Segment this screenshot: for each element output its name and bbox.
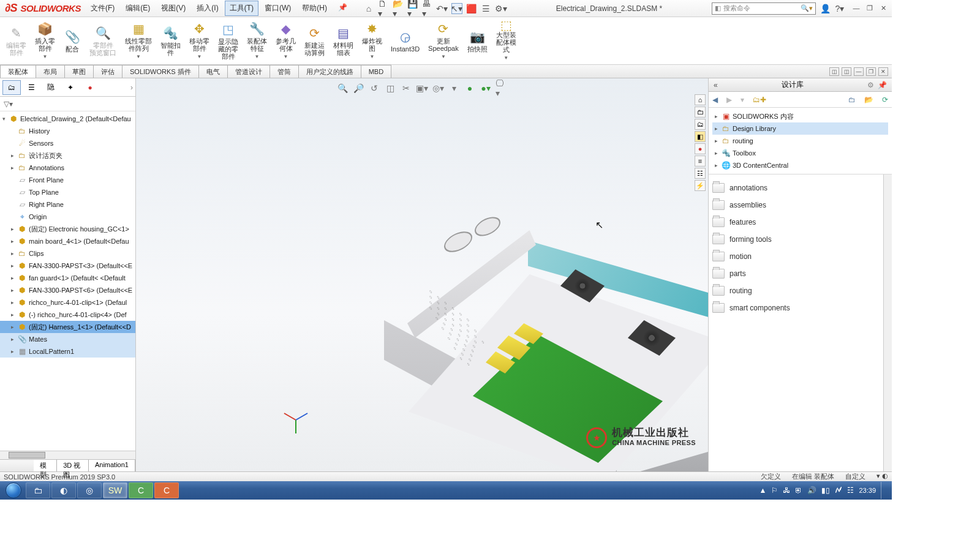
fm-tab-property-icon[interactable]: ☰ — [22, 80, 40, 95]
tray-wifi-icon[interactable]: ▮▯ — [821, 486, 830, 495]
taskbar-explorer-icon[interactable]: 🗀 — [26, 482, 50, 498]
status-flag-icon[interactable]: ▾ ◐ — [876, 472, 888, 481]
taskpane-forum-icon[interactable]: ☷ — [695, 168, 706, 179]
panel-pin-icon[interactable]: 📌 — [878, 81, 887, 89]
tree-part-fan6[interactable]: ▸⬢FAN-3300-PAPST<6> (Default<<E — [0, 284, 135, 296]
tab-3dview[interactable]: 3D 视图 — [57, 460, 89, 471]
ribbon-new-motion-study[interactable]: ⟳新建运动算例 — [301, 19, 328, 63]
tab-piping[interactable]: 管道设计 — [227, 65, 270, 78]
tree-mates[interactable]: ▸📎Mates — [0, 333, 135, 345]
dl-folder-assemblies[interactable]: assemblies — [712, 197, 880, 214]
tray-power-icon[interactable]: 🗲 — [835, 486, 842, 495]
start-button[interactable] — [2, 482, 24, 499]
taskpane-appearances-icon[interactable]: ● — [695, 143, 706, 154]
close-button[interactable]: ✕ — [878, 4, 888, 13]
tree-right-plane[interactable]: ▱Right Plane — [0, 198, 135, 211]
dl-new-folder-icon[interactable]: 🗀 — [848, 96, 856, 104]
menu-edit[interactable]: 编辑(E) — [121, 1, 155, 16]
dl-node-design-library[interactable]: ▸🗀Design Library — [712, 122, 888, 135]
tab-mbd[interactable]: MBD — [361, 65, 391, 78]
tray-flag-icon[interactable]: ⚐ — [771, 486, 778, 495]
save-icon[interactable]: 💾▾ — [407, 3, 418, 14]
doc-control-2[interactable]: ◫ — [842, 67, 851, 76]
taskbar-clock[interactable]: 23:39 — [859, 487, 876, 494]
tree-local-pattern[interactable]: ▸▦LocalLPattern1 — [0, 345, 135, 358]
ribbon-edit-component[interactable]: ✎编辑零部件 — [2, 19, 30, 63]
ribbon-reference-geometry[interactable]: ◆参考几何体▼ — [272, 19, 300, 63]
fm-tab-tree-icon[interactable]: 🗂 — [2, 80, 21, 95]
tree-sensors[interactable]: ☄Sensors — [0, 137, 135, 149]
dl-open-folder-icon[interactable]: 📂 — [864, 96, 873, 104]
settings-icon[interactable]: ⚙▾ — [496, 3, 507, 14]
collapse-panel-icon[interactable]: « — [714, 81, 718, 89]
tray-shield-icon[interactable]: ⛨ — [795, 486, 802, 495]
fm-expand-icon[interactable]: › — [130, 83, 133, 92]
fm-tab-config-icon[interactable]: 隐 — [42, 80, 60, 95]
tab-animation1[interactable]: Animation1 — [89, 460, 135, 471]
dl-add-location-icon[interactable]: 🗂✚ — [753, 96, 766, 104]
taskbar-solidworks-icon[interactable]: SW — [103, 482, 127, 498]
fm-horizontal-scrollbar[interactable] — [0, 451, 135, 459]
tree-front-plane[interactable]: ▱Front Plane — [0, 174, 135, 186]
home-icon[interactable]: ⌂ — [363, 3, 374, 14]
tab-layout[interactable]: 布局 — [36, 65, 65, 78]
render-icon[interactable]: 🖵▾ — [496, 82, 508, 94]
dl-folder-smart-components[interactable]: smart components — [712, 299, 880, 317]
show-desktop-button[interactable] — [881, 482, 886, 499]
tree-part-clip1[interactable]: ▸⬢richco_hurc-4-01-clip<1> (Defaul — [0, 296, 135, 309]
ribbon-smart-fasteners[interactable]: 🔩智能扣件 — [157, 19, 184, 63]
fm-tab-appearance-icon[interactable]: ● — [81, 80, 99, 95]
ribbon-component-preview[interactable]: 🔍零部件预览窗口 — [86, 19, 120, 63]
menu-file[interactable]: 文件(F) — [86, 1, 119, 16]
tree-part-housing[interactable]: ▸⬢(固定) Electronic housing_GC<1> — [0, 223, 135, 235]
zoom-area-icon[interactable]: 🔎 — [352, 82, 364, 94]
fm-filter-bar[interactable]: ▽▾ — [0, 97, 135, 111]
ribbon-insert-component[interactable]: 📦插入零部件▼ — [31, 19, 59, 63]
menu-tools[interactable]: 工具(T) — [225, 1, 258, 16]
zoom-fit-icon[interactable]: 🔍 — [336, 82, 349, 94]
tree-part-fanguard[interactable]: ▸⬢fan guard<1> (Default< <Default — [0, 272, 135, 284]
ribbon-move-component[interactable]: ✥移动零部件▼ — [186, 19, 213, 63]
dl-node-routing[interactable]: ▸🗀routing — [712, 135, 888, 147]
taskpane-view-palette-icon[interactable]: ◧ — [695, 131, 706, 142]
taskbar-app2-icon[interactable]: C — [129, 482, 153, 498]
design-library-scrollbar[interactable] — [883, 174, 892, 471]
tray-lang-icon[interactable]: ☷ — [847, 486, 854, 495]
taskbar-app3-icon[interactable]: C — [154, 482, 179, 498]
dl-refresh-icon[interactable]: ⟳ — [882, 96, 888, 104]
previous-view-icon[interactable]: ↺ — [368, 82, 380, 94]
menu-insert[interactable]: 插入(I) — [192, 1, 223, 16]
dl-folder-annotations[interactable]: annotations — [712, 179, 880, 197]
doc-minimize[interactable]: — — [854, 67, 864, 76]
select-icon[interactable]: ↖▾ — [451, 3, 462, 14]
menu-view[interactable]: 视图(V) — [156, 1, 190, 16]
display-style-icon[interactable]: ▣▾ — [416, 82, 428, 94]
tree-part-clip4[interactable]: ▸⬢(-) richco_hurc-4-01-clip<4> (Def — [0, 309, 135, 321]
help-icon[interactable]: ?▾ — [834, 3, 845, 14]
edit-appearance-icon[interactable]: ▾ — [448, 82, 460, 94]
tab-evaluate[interactable]: 评估 — [93, 65, 123, 78]
tree-folder-clips[interactable]: ▸🗀Clips — [0, 247, 135, 260]
view-orientation-icon[interactable]: ✂ — [400, 82, 412, 94]
hide-show-icon[interactable]: ◎▾ — [432, 82, 444, 94]
tree-part-fan3[interactable]: ▸⬢FAN-3300-PAPST<3> (Default<<E — [0, 260, 135, 272]
orientation-triad[interactable] — [282, 407, 312, 437]
ribbon-assembly-features[interactable]: 🔧装配体特征▼ — [243, 19, 271, 63]
tree-origin[interactable]: ⌖Origin — [0, 211, 135, 223]
command-search[interactable]: ◧ 搜索命令 🔍▾ — [712, 2, 816, 15]
fm-tab-display-icon[interactable]: ✦ — [61, 80, 80, 95]
tray-net-icon[interactable]: 🖧 — [783, 486, 790, 495]
dl-node-sw-content[interactable]: ▸▣SOLIDWORKS 内容 — [712, 110, 888, 122]
doc-restore[interactable]: ❐ — [866, 67, 876, 76]
tab-user-routes[interactable]: 用户定义的线路 — [298, 65, 361, 78]
doc-control-1[interactable]: ◫ — [829, 67, 839, 76]
dl-folder-forming-tools[interactable]: forming tools — [712, 231, 880, 248]
taskpane-file-explorer-icon[interactable]: 🗂 — [695, 119, 706, 130]
tree-design-binder[interactable]: ▸🗀设计活页夹 — [0, 149, 135, 162]
panel-options-icon[interactable]: ⚙ — [867, 81, 874, 89]
options-icon[interactable]: ☰ — [481, 3, 492, 14]
open-icon[interactable]: 📂▾ — [393, 3, 404, 14]
tab-model[interactable]: 模型 — [34, 460, 57, 471]
dl-back-icon[interactable]: ◀ — [712, 96, 718, 104]
ribbon-bom[interactable]: ▤材料明细表 — [330, 19, 357, 63]
